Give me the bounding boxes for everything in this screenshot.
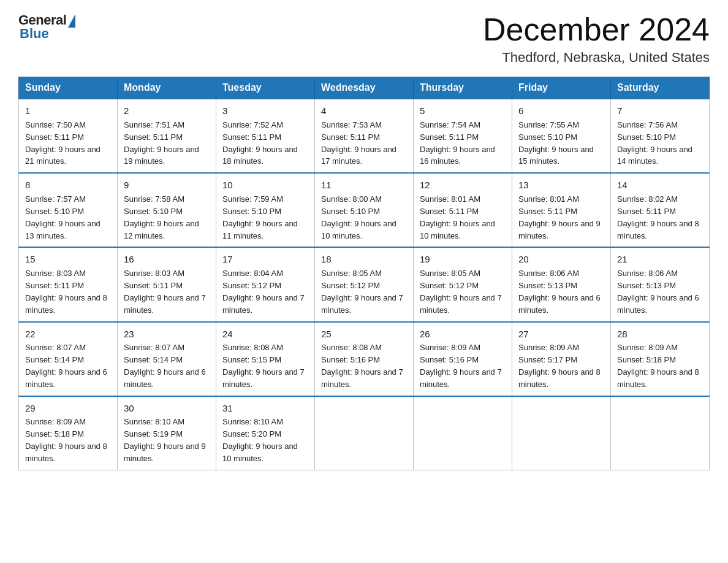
- day-info: Sunrise: 8:09 AMSunset: 5:18 PMDaylight:…: [617, 343, 699, 389]
- day-info: Sunrise: 7:55 AMSunset: 5:10 PMDaylight:…: [518, 120, 594, 166]
- calendar-table: Sunday Monday Tuesday Wednesday Thursday…: [18, 77, 710, 470]
- table-row: [512, 396, 611, 470]
- day-info: Sunrise: 8:05 AMSunset: 5:12 PMDaylight:…: [420, 269, 502, 315]
- day-info: Sunrise: 8:00 AMSunset: 5:10 PMDaylight:…: [321, 194, 396, 240]
- day-info: Sunrise: 7:58 AMSunset: 5:10 PMDaylight:…: [124, 194, 199, 240]
- day-info: Sunrise: 7:56 AMSunset: 5:10 PMDaylight:…: [617, 120, 692, 166]
- calendar-week-row: 1Sunrise: 7:50 AMSunset: 5:11 PMDaylight…: [19, 99, 710, 173]
- table-row: 8Sunrise: 7:57 AMSunset: 5:10 PMDaylight…: [19, 173, 118, 247]
- table-row: 31Sunrise: 8:10 AMSunset: 5:20 PMDayligh…: [216, 396, 315, 470]
- table-row: 11Sunrise: 8:00 AMSunset: 5:10 PMDayligh…: [315, 173, 414, 247]
- day-number: 20: [518, 253, 604, 266]
- day-info: Sunrise: 8:09 AMSunset: 5:17 PMDaylight:…: [518, 343, 601, 389]
- day-number: 1: [25, 104, 111, 118]
- day-number: 3: [222, 104, 308, 118]
- logo: General Blue: [18, 12, 75, 42]
- calendar-week-row: 8Sunrise: 7:57 AMSunset: 5:10 PMDaylight…: [19, 173, 710, 247]
- table-row: 2Sunrise: 7:51 AMSunset: 5:11 PMDaylight…: [118, 99, 216, 173]
- day-number: 17: [222, 253, 308, 266]
- day-number: 11: [321, 178, 407, 192]
- table-row: 14Sunrise: 8:02 AMSunset: 5:11 PMDayligh…: [611, 173, 710, 247]
- table-row: 3Sunrise: 7:52 AMSunset: 5:11 PMDaylight…: [216, 99, 315, 173]
- day-info: Sunrise: 8:04 AMSunset: 5:12 PMDaylight:…: [222, 269, 305, 315]
- day-info: Sunrise: 8:10 AMSunset: 5:20 PMDaylight:…: [222, 417, 298, 463]
- day-info: Sunrise: 8:03 AMSunset: 5:11 PMDaylight:…: [124, 269, 206, 315]
- header-sunday: Sunday: [19, 77, 118, 99]
- table-row: 22Sunrise: 8:07 AMSunset: 5:14 PMDayligh…: [19, 322, 118, 396]
- table-row: 29Sunrise: 8:09 AMSunset: 5:18 PMDayligh…: [19, 396, 118, 470]
- day-number: 15: [25, 253, 111, 266]
- table-row: 17Sunrise: 8:04 AMSunset: 5:12 PMDayligh…: [216, 247, 315, 321]
- day-number: 5: [420, 104, 506, 118]
- day-number: 21: [617, 253, 703, 266]
- table-row: 30Sunrise: 8:10 AMSunset: 5:19 PMDayligh…: [118, 396, 216, 470]
- table-row: 21Sunrise: 8:06 AMSunset: 5:13 PMDayligh…: [611, 247, 710, 321]
- day-info: Sunrise: 8:10 AMSunset: 5:19 PMDaylight:…: [124, 417, 206, 463]
- header-thursday: Thursday: [414, 77, 512, 99]
- table-row: 24Sunrise: 8:08 AMSunset: 5:15 PMDayligh…: [216, 322, 315, 396]
- day-number: 26: [420, 327, 506, 341]
- day-info: Sunrise: 8:08 AMSunset: 5:15 PMDaylight:…: [222, 343, 305, 389]
- day-info: Sunrise: 8:01 AMSunset: 5:11 PMDaylight:…: [420, 194, 495, 240]
- day-number: 12: [420, 178, 506, 192]
- table-row: [414, 396, 512, 470]
- table-row: 18Sunrise: 8:05 AMSunset: 5:12 PMDayligh…: [315, 247, 414, 321]
- calendar-week-row: 15Sunrise: 8:03 AMSunset: 5:11 PMDayligh…: [19, 247, 710, 321]
- day-info: Sunrise: 8:02 AMSunset: 5:11 PMDaylight:…: [617, 194, 699, 240]
- title-block: December 2024 Thedford, Nebraska, United…: [483, 12, 710, 66]
- day-info: Sunrise: 7:57 AMSunset: 5:10 PMDaylight:…: [25, 194, 100, 240]
- table-row: 28Sunrise: 8:09 AMSunset: 5:18 PMDayligh…: [611, 322, 710, 396]
- table-row: 6Sunrise: 7:55 AMSunset: 5:10 PMDaylight…: [512, 99, 611, 173]
- day-number: 9: [124, 178, 210, 192]
- day-info: Sunrise: 8:07 AMSunset: 5:14 PMDaylight:…: [25, 343, 107, 389]
- logo-triangle-icon: [68, 14, 75, 28]
- day-number: 23: [124, 327, 210, 341]
- table-row: 19Sunrise: 8:05 AMSunset: 5:12 PMDayligh…: [414, 247, 512, 321]
- calendar-week-row: 29Sunrise: 8:09 AMSunset: 5:18 PMDayligh…: [19, 396, 710, 470]
- day-number: 13: [518, 178, 604, 192]
- day-number: 18: [321, 253, 407, 266]
- day-number: 19: [420, 253, 506, 266]
- table-row: 10Sunrise: 7:59 AMSunset: 5:10 PMDayligh…: [216, 173, 315, 247]
- table-row: 13Sunrise: 8:01 AMSunset: 5:11 PMDayligh…: [512, 173, 611, 247]
- day-number: 8: [25, 178, 111, 192]
- day-info: Sunrise: 7:50 AMSunset: 5:11 PMDaylight:…: [25, 120, 100, 166]
- day-number: 16: [124, 253, 210, 266]
- table-row: 1Sunrise: 7:50 AMSunset: 5:11 PMDaylight…: [19, 99, 118, 173]
- table-row: 20Sunrise: 8:06 AMSunset: 5:13 PMDayligh…: [512, 247, 611, 321]
- table-row: [611, 396, 710, 470]
- calendar-week-row: 22Sunrise: 8:07 AMSunset: 5:14 PMDayligh…: [19, 322, 710, 396]
- day-number: 7: [617, 104, 703, 118]
- day-number: 24: [222, 327, 308, 341]
- logo-blue-text: Blue: [20, 26, 49, 42]
- header-saturday: Saturday: [611, 77, 710, 99]
- day-info: Sunrise: 8:06 AMSunset: 5:13 PMDaylight:…: [518, 269, 601, 315]
- day-number: 31: [222, 402, 308, 415]
- header-monday: Monday: [118, 77, 216, 99]
- day-info: Sunrise: 7:59 AMSunset: 5:10 PMDaylight:…: [222, 194, 298, 240]
- page-header: General Blue December 2024 Thedford, Neb…: [18, 12, 710, 66]
- day-number: 10: [222, 178, 308, 192]
- day-number: 14: [617, 178, 703, 192]
- day-info: Sunrise: 8:06 AMSunset: 5:13 PMDaylight:…: [617, 269, 699, 315]
- table-row: 5Sunrise: 7:54 AMSunset: 5:11 PMDaylight…: [414, 99, 512, 173]
- table-row: 23Sunrise: 8:07 AMSunset: 5:14 PMDayligh…: [118, 322, 216, 396]
- table-row: [315, 396, 414, 470]
- table-row: 7Sunrise: 7:56 AMSunset: 5:10 PMDaylight…: [611, 99, 710, 173]
- day-number: 6: [518, 104, 604, 118]
- day-info: Sunrise: 8:08 AMSunset: 5:16 PMDaylight:…: [321, 343, 403, 389]
- day-info: Sunrise: 8:01 AMSunset: 5:11 PMDaylight:…: [518, 194, 601, 240]
- table-row: 16Sunrise: 8:03 AMSunset: 5:11 PMDayligh…: [118, 247, 216, 321]
- day-number: 2: [124, 104, 210, 118]
- weekday-header-row: Sunday Monday Tuesday Wednesday Thursday…: [19, 77, 710, 99]
- table-row: 25Sunrise: 8:08 AMSunset: 5:16 PMDayligh…: [315, 322, 414, 396]
- day-info: Sunrise: 7:54 AMSunset: 5:11 PMDaylight:…: [420, 120, 495, 166]
- table-row: 26Sunrise: 8:09 AMSunset: 5:16 PMDayligh…: [414, 322, 512, 396]
- day-info: Sunrise: 8:05 AMSunset: 5:12 PMDaylight:…: [321, 269, 403, 315]
- day-number: 22: [25, 327, 111, 341]
- location-title: Thedford, Nebraska, United States: [483, 50, 710, 66]
- day-info: Sunrise: 8:09 AMSunset: 5:16 PMDaylight:…: [420, 343, 502, 389]
- day-number: 27: [518, 327, 604, 341]
- header-tuesday: Tuesday: [216, 77, 315, 99]
- day-info: Sunrise: 7:52 AMSunset: 5:11 PMDaylight:…: [222, 120, 298, 166]
